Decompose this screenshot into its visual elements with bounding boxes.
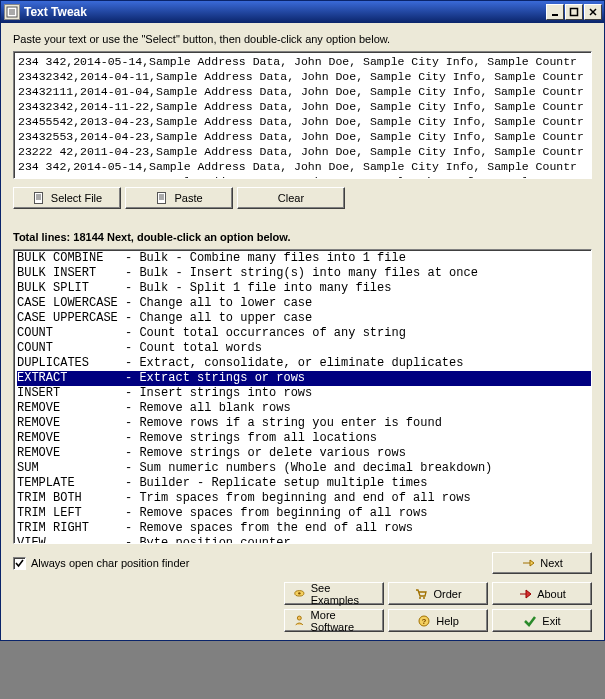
instruction-text: Paste your text or use the "Select" butt… [13,33,592,45]
check-icon [523,614,537,628]
arrow-right-icon [518,587,532,601]
minimize-button[interactable] [546,4,564,20]
exit-button[interactable]: Exit [492,609,592,632]
svg-point-20 [297,616,301,620]
text-line: 23432342,2014-04-11,Sample Address Data,… [18,174,587,179]
option-item[interactable]: TEMPLATE - Builder - Replicate setup mul… [17,476,591,491]
text-line: 23432553,2014-04-23,Sample Address Data,… [18,129,587,144]
text-input-area[interactable]: 234 342,2014-05-14,Sample Address Data, … [13,51,592,179]
check-icon [15,559,24,568]
document-icon [32,191,46,205]
text-line: 23432111,2014-01-04,Sample Address Data,… [18,84,587,99]
option-item[interactable]: REMOVE - Remove strings or delete variou… [17,446,591,461]
next-button[interactable]: Next [492,552,592,574]
button-label: See Examples [311,582,375,606]
text-line: 23455542,2013-04-23,Sample Address Data,… [18,114,587,129]
hand-point-icon [521,556,535,570]
bottom-buttons: See Examples Order About More Software ?… [13,582,592,632]
text-line: 23432342,2014-04-11,Sample Address Data,… [18,69,587,84]
status-prefix: Total lines: [13,231,73,243]
option-item[interactable]: COUNT - Count total occurrances of any s… [17,326,591,341]
option-item[interactable]: INSERT - Insert strings into rows [17,386,591,401]
option-item[interactable]: BULK COMBINE - Bulk - Combine many files… [17,251,591,266]
titlebar: Text Tweak [1,1,604,23]
under-options-row: Always open char position finder Next [13,552,592,574]
option-item[interactable]: BULK SPLIT - Bulk - Split 1 file into ma… [17,281,591,296]
order-button[interactable]: Order [388,582,488,605]
app-icon [4,4,20,20]
eye-icon [293,587,306,601]
checkbox-label: Always open char position finder [31,557,189,569]
text-line: 234 342,2014-05-14,Sample Address Data, … [18,159,587,174]
option-item[interactable]: SUM - Sum numeric numbers (Whole and dec… [17,461,591,476]
paste-button[interactable]: Paste [125,187,233,209]
button-label: Help [436,615,459,627]
button-label: Paste [174,192,202,204]
text-line: 23432342,2014-11-22,Sample Address Data,… [18,99,587,114]
help-button[interactable]: ? Help [388,609,488,632]
button-label: About [537,588,566,600]
clear-button[interactable]: Clear [237,187,345,209]
option-item[interactable]: VIEW - Byte position counter [17,536,591,544]
status-suffix: Next, double-click an option below. [104,231,291,243]
option-item[interactable]: REMOVE - Remove all blank rows [17,401,591,416]
options-list[interactable]: BULK COMBINE - Bulk - Combine many files… [13,249,592,544]
more-software-button[interactable]: More Software [284,609,384,632]
option-item[interactable]: REMOVE - Remove rows if a string you ent… [17,416,591,431]
button-label: More Software [311,609,375,633]
svg-point-18 [419,597,421,599]
button-label: Exit [542,615,560,627]
option-item[interactable]: REMOVE - Remove strings from all locatio… [17,431,591,446]
button-label: Clear [278,192,304,204]
file-button-row: Select File Paste Clear [13,187,592,209]
button-label: Order [433,588,461,600]
option-item[interactable]: EXTRACT - Extract strings or rows [17,371,591,386]
option-item[interactable]: TRIM RIGHT - Remove spaces from the end … [17,521,591,536]
svg-rect-5 [571,9,578,16]
app-window: Text Tweak Paste your text or use the "S… [0,0,605,641]
option-item[interactable]: CASE LOWERCASE - Change all to lower cas… [17,296,591,311]
option-item[interactable]: BULK INSERT - Bulk - Insert string(s) in… [17,266,591,281]
close-button[interactable] [584,4,602,20]
option-item[interactable]: TRIM BOTH - Trim spaces from beginning a… [17,491,591,506]
status-line: Total lines: 18144 Next, double-click an… [13,231,592,243]
client-area: Paste your text or use the "Select" butt… [1,23,604,640]
about-button[interactable]: About [492,582,592,605]
option-item[interactable]: CASE UPPERCASE - Change all to upper cas… [17,311,591,326]
option-item[interactable]: DUPLICATES - Extract, consolidate, or el… [17,356,591,371]
svg-rect-8 [34,193,42,204]
button-label: Next [540,557,563,569]
status-count: 18144 [73,231,104,243]
svg-point-19 [423,597,425,599]
button-label: Select File [51,192,102,204]
text-line: 234 342,2014-05-14,Sample Address Data, … [18,54,587,69]
option-item[interactable]: COUNT - Count total words [17,341,591,356]
svg-rect-12 [158,193,166,204]
maximize-button[interactable] [565,4,583,20]
window-title: Text Tweak [24,5,546,19]
document-icon [155,191,169,205]
person-icon [293,614,306,628]
option-item[interactable]: TRIM LEFT - Remove spaces from beginning… [17,506,591,521]
cart-icon [414,587,428,601]
always-open-checkbox[interactable] [13,557,26,570]
text-line: 23222 42,2011-04-23,Sample Address Data,… [18,144,587,159]
svg-text:?: ? [422,617,427,626]
svg-point-17 [298,592,300,594]
select-file-button[interactable]: Select File [13,187,121,209]
window-controls [546,4,602,20]
see-examples-button[interactable]: See Examples [284,582,384,605]
help-icon: ? [417,614,431,628]
